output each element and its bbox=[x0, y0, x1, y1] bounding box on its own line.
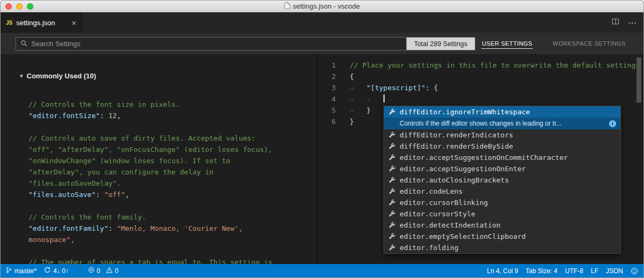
sync-icon bbox=[44, 267, 50, 275]
warning-count: 0 bbox=[115, 267, 119, 275]
wrench-icon bbox=[388, 233, 395, 240]
suggestion-label: diffEditor.renderIndicators bbox=[400, 131, 513, 139]
split-editor-icon[interactable] bbox=[612, 18, 619, 27]
suggestion-label: editor.folding bbox=[400, 244, 459, 252]
encoding-status[interactable]: UTF-8 bbox=[565, 267, 583, 275]
wrench-icon bbox=[388, 143, 395, 150]
wrench-icon bbox=[388, 199, 395, 206]
feedback-smiley-icon[interactable] bbox=[631, 267, 638, 275]
code-segment: "files.autoSaveDelay". bbox=[28, 179, 121, 187]
suggestion-item[interactable]: diffEditor.ignoreTrimWhitespace bbox=[384, 106, 620, 118]
code-line: monospace", bbox=[28, 234, 314, 245]
code-line bbox=[28, 200, 314, 211]
suggestion-item[interactable]: editor.codeLens bbox=[384, 186, 620, 197]
whitespace-tab-arrow: → bbox=[366, 93, 383, 105]
code-segment: "off" bbox=[104, 191, 125, 199]
git-branch-icon bbox=[6, 267, 12, 275]
error-count: 0 bbox=[97, 267, 100, 275]
suggestion-item[interactable]: editor.emptySelectionClipboard bbox=[384, 231, 620, 242]
suggestion-item[interactable]: editor.detectIndentation bbox=[384, 220, 620, 231]
default-settings-code: // Controls the font size in pixels. "ed… bbox=[28, 99, 314, 264]
search-icon bbox=[20, 39, 27, 49]
editor-scrollbar[interactable] bbox=[636, 57, 641, 103]
git-sync-status[interactable]: 4↓ 0↑ bbox=[44, 267, 69, 275]
code-line: 3→"[typescript]": { bbox=[317, 82, 643, 93]
section-title: Commonly Used (10) bbox=[27, 72, 96, 80]
code-line: "editor.fontFamily": "Menlo, Monaco, 'Co… bbox=[28, 223, 314, 234]
default-settings-pane[interactable]: ▾ Commonly Used (10) // Controls the fon… bbox=[1, 54, 316, 264]
search-input[interactable] bbox=[31, 40, 471, 48]
wrench-icon bbox=[388, 165, 395, 172]
suggestion-label: editor.codeLens bbox=[400, 187, 462, 195]
code-line bbox=[28, 121, 314, 133]
text-cursor bbox=[383, 94, 385, 103]
code-segment: "editor.fontSize" bbox=[28, 112, 100, 120]
whitespace-tab-arrow: → bbox=[350, 82, 366, 93]
tab-size-status[interactable]: Tab Size: 4 bbox=[526, 267, 558, 275]
traffic-lights bbox=[5, 3, 33, 10]
settings-search-box[interactable]: Total 289 Settings bbox=[16, 37, 475, 50]
code-line: // Controls auto save of dirty files. Ac… bbox=[28, 133, 314, 144]
code-segment: : bbox=[108, 224, 117, 232]
code-segment: "[typescript]" bbox=[366, 84, 425, 92]
code-segment: "Menlo, Monaco, 'Courier New', bbox=[117, 224, 243, 232]
suggestion-item[interactable]: diffEditor.renderSideBySide bbox=[384, 141, 620, 152]
wrench-icon bbox=[388, 210, 395, 217]
code-line: // The number of spaces a tab is equal t… bbox=[28, 257, 314, 264]
close-window-button[interactable] bbox=[5, 3, 12, 10]
minimize-window-button[interactable] bbox=[16, 3, 23, 10]
document-proxy-icon bbox=[284, 2, 290, 11]
line-number: 6 bbox=[317, 116, 336, 127]
git-branch-status[interactable]: master* bbox=[6, 267, 37, 275]
total-settings-badge: Total 289 Settings bbox=[406, 38, 475, 50]
suggestion-item[interactable]: editor.acceptSuggestionOnCommitCharacter bbox=[384, 152, 620, 163]
more-actions-icon[interactable]: ⋯ bbox=[628, 18, 637, 28]
code-line: "afterDelay", you can configure the dela… bbox=[28, 166, 314, 178]
code-segment: // Place your settings in this file to o… bbox=[350, 61, 640, 69]
code-line: "editor.fontSize": 12, bbox=[28, 110, 314, 121]
fold-chevron-icon[interactable]: ▾ bbox=[20, 72, 23, 79]
cursor-position-status[interactable]: Ln 4, Col 9 bbox=[487, 267, 518, 275]
line-number: 5 bbox=[317, 105, 336, 116]
suggestion-item[interactable]: editor.autoClosingBrackets bbox=[384, 174, 620, 186]
suggestion-label: editor.acceptSuggestionOnEnter bbox=[400, 165, 526, 173]
code-line: // Controls the font family. bbox=[28, 211, 314, 223]
suggestion-item[interactable]: diffEditor.renderIndicators bbox=[384, 129, 620, 141]
suggestion-label: diffEditor.ignoreTrimWhitespace bbox=[400, 108, 530, 116]
settings-section-header[interactable]: ▾ Commonly Used (10) bbox=[20, 72, 96, 80]
code-segment: // The number of spaces a tab is equal t… bbox=[28, 258, 272, 264]
code-segment: } bbox=[350, 118, 354, 126]
problems-status[interactable]: 0 0 bbox=[88, 267, 121, 275]
code-segment: : { bbox=[425, 84, 438, 92]
warning-icon bbox=[106, 267, 113, 275]
status-bar: master* 4↓ 0↑ 0 0 Ln 4, Col 9 Tab Size: … bbox=[1, 264, 643, 277]
code-segment: "afterDelay", you can configure the dela… bbox=[28, 168, 213, 176]
whitespace-tab-arrow: → bbox=[350, 105, 366, 116]
js-file-icon: JS bbox=[6, 20, 12, 26]
suggestion-item[interactable]: editor.cursorStyle bbox=[384, 208, 620, 220]
zoom-window-button[interactable] bbox=[27, 3, 33, 10]
code-line bbox=[28, 245, 314, 257]
code-segment: 12 bbox=[108, 112, 117, 120]
suggestion-label: editor.cursorStyle bbox=[400, 210, 475, 218]
wrench-icon bbox=[388, 108, 395, 115]
suggest-widget: diffEditor.ignoreTrimWhitespace Controls… bbox=[383, 106, 621, 254]
code-segment: : bbox=[100, 112, 108, 120]
tab-label: settings.json bbox=[16, 19, 55, 27]
tab-user-settings[interactable]: USER SETTINGS bbox=[481, 39, 533, 49]
suggestion-item[interactable]: editor.cursorBlinking bbox=[384, 197, 620, 208]
eol-status[interactable]: LF bbox=[591, 267, 598, 275]
suggestion-item[interactable]: editor.acceptSuggestionOnEnter bbox=[384, 163, 620, 174]
tab-close-icon[interactable]: × bbox=[71, 19, 76, 27]
code-segment: } bbox=[366, 106, 371, 114]
suggestion-item[interactable]: editor.folding bbox=[384, 242, 620, 253]
tab-workspace-settings[interactable]: WORKSPACE SETTINGS bbox=[552, 39, 626, 48]
language-mode-status[interactable]: JSON bbox=[606, 267, 623, 275]
code-segment: "onWindowChange" (window loses focus). I… bbox=[28, 157, 230, 165]
code-line: "files.autoSave": "off", bbox=[28, 189, 314, 200]
editor-group: ▾ Commonly Used (10) // Controls the fon… bbox=[1, 54, 643, 264]
tab-settings-json[interactable]: JS settings.json × bbox=[1, 12, 82, 33]
info-icon[interactable]: i bbox=[609, 120, 616, 127]
suggestion-description-text: Controls if the diff editor shows change… bbox=[400, 120, 561, 127]
wrench-icon bbox=[388, 188, 395, 195]
